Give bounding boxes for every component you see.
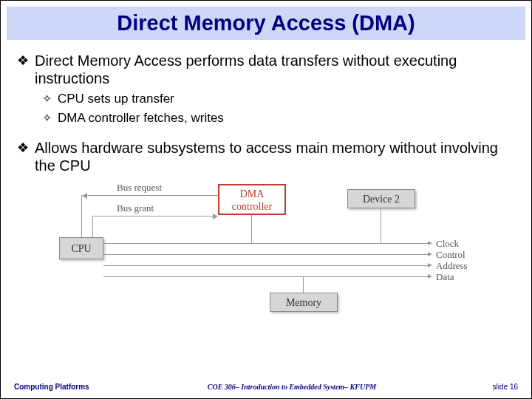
diamond-bullet-icon: ❖	[17, 52, 29, 69]
bus-line-data	[103, 276, 429, 277]
bullet-level2: ✧ DMA controller fetches, writes	[42, 111, 515, 126]
diamond-sub-icon: ✧	[42, 92, 52, 106]
arrow-left-icon	[82, 193, 87, 199]
slide-title: Direct Memory Access (DMA)	[7, 11, 525, 35]
line-vertical	[81, 195, 82, 237]
arrow-right-icon	[428, 252, 432, 256]
box-dma-controller: DMA controller	[218, 184, 286, 215]
label-control: Control	[436, 249, 466, 261]
label-data: Data	[436, 271, 454, 283]
bullet-level1: ❖ Allows hardware subsystems to access m…	[17, 139, 515, 174]
dma-diagram: Bus request Bus grant DMA controller Dev…	[59, 182, 473, 315]
label-clock: Clock	[436, 238, 459, 250]
arrow-right-icon	[213, 214, 218, 219]
bullet-level2: ✧ CPU sets up transfer	[42, 92, 515, 106]
arrow-right-icon	[428, 241, 432, 245]
line-bus-request	[87, 195, 218, 196]
label-bus-request: Bus request	[117, 182, 162, 194]
bus-line-address	[103, 265, 429, 266]
box-label: CPU	[71, 243, 91, 254]
box-label: Device 2	[363, 194, 400, 205]
line-vertical	[92, 216, 93, 237]
box-memory: Memory	[270, 293, 338, 312]
diamond-bullet-icon: ❖	[17, 139, 29, 157]
content-area: ❖ Direct Memory Access performs data tra…	[1, 40, 531, 315]
bullet-text: Allows hardware subsystems to access mai…	[35, 139, 515, 174]
line-stub-memory	[303, 276, 304, 293]
bullet-text: Direct Memory Access performs data trans…	[35, 52, 515, 87]
box-label: DMA controller	[232, 188, 272, 212]
diamond-sub-icon: ✧	[42, 111, 52, 126]
title-bar: Direct Memory Access (DMA)	[7, 7, 525, 40]
arrow-right-icon	[428, 263, 432, 267]
label-address: Address	[436, 260, 468, 272]
arrow-right-icon	[428, 274, 432, 279]
box-device2: Device 2	[347, 189, 415, 208]
line-stub-dev2	[381, 208, 381, 243]
label-bus-grant: Bus grant	[117, 202, 154, 214]
footer-left: Computing Platforms	[14, 383, 147, 391]
bullet-level1: ❖ Direct Memory Access performs data tra…	[17, 52, 515, 87]
bullet-text: DMA controller fetches, writes	[58, 111, 224, 126]
box-label: Memory	[286, 297, 321, 308]
bus-line-control	[103, 254, 429, 255]
line-bus-grant	[92, 216, 214, 216]
bullet-text: CPU sets up transfer	[58, 92, 174, 106]
footer-right: slide 16	[437, 383, 518, 391]
line-stub-dma	[251, 215, 252, 243]
bus-line-clock	[103, 243, 429, 244]
footer: Computing Platforms COE 306– Introductio…	[1, 383, 531, 391]
slide: Direct Memory Access (DMA) ❖ Direct Memo…	[0, 0, 532, 399]
box-cpu: CPU	[59, 237, 103, 259]
footer-center: COE 306– Introduction to Embedded System…	[147, 383, 437, 391]
